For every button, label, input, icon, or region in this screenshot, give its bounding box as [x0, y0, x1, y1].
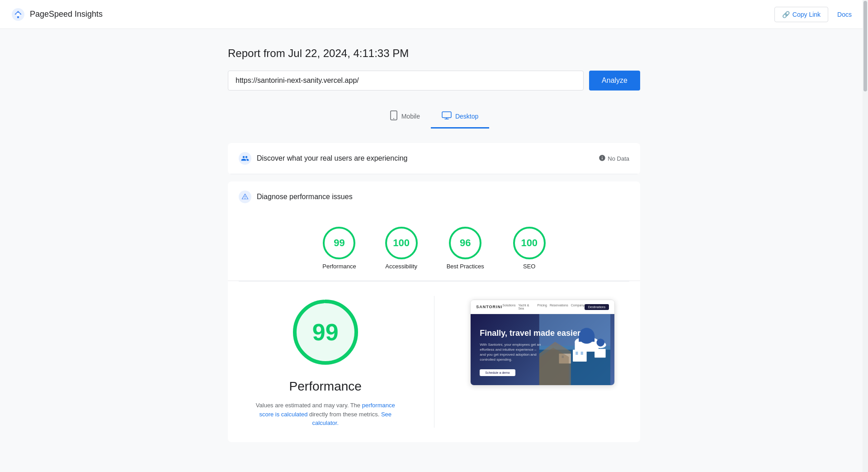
perf-note: Values are estimated and may vary. The p… [249, 401, 402, 428]
svg-rect-18 [595, 349, 606, 358]
url-input[interactable] [228, 71, 584, 91]
best-practices-label: Best Practices [447, 263, 484, 270]
app-title: PageSpeed Insights [30, 10, 103, 19]
site-nav: SANTORINI Solutions Yacht & Sea Pricing … [471, 300, 614, 314]
tab-mobile-label: Mobile [401, 113, 420, 120]
performance-detail: 99 Performance Values are estimated and … [228, 281, 640, 442]
link-icon: 🔗 [782, 11, 790, 18]
svg-point-1 [16, 13, 20, 16]
header-left: PageSpeed Insights [11, 7, 103, 22]
docs-link[interactable]: Docs [832, 7, 857, 22]
svg-point-3 [393, 118, 394, 119]
diagnose-header: Diagnose performance issues [228, 181, 640, 212]
scrollbar[interactable] [863, 0, 868, 472]
copy-link-button[interactable]: 🔗 Copy Link [774, 7, 828, 22]
diagnose-title-row: Diagnose performance issues [239, 191, 353, 203]
site-hero-cta: Schedule a demo [480, 369, 515, 376]
main-content: Report from Jul 22, 2024, 4:11:33 PM Ana… [217, 29, 651, 467]
seo-circle: 100 [513, 227, 546, 259]
site-hero-sub: With Santorini, your employees get an ef… [480, 342, 543, 362]
scrollbar-thumb [863, 1, 867, 91]
header: PageSpeed Insights 🔗 Copy Link Docs [0, 0, 868, 29]
diagnose-section: Diagnose performance issues 99 Performan… [228, 181, 640, 442]
vertical-divider [434, 296, 434, 428]
site-nav-cta: Destinations [585, 304, 609, 310]
performance-label: Performance [322, 263, 356, 270]
seo-label: SEO [523, 263, 535, 270]
scores-container: 99 Performance 100 Accessibility 96 Best… [228, 212, 640, 281]
score-best-practices[interactable]: 96 Best Practices [447, 227, 484, 270]
accessibility-circle: 100 [385, 227, 418, 259]
real-users-section: Discover what your real users are experi… [228, 143, 640, 174]
perf-title: Performance [289, 379, 362, 394]
report-title: Report from Jul 22, 2024, 4:11:33 PM [228, 47, 640, 60]
site-hero-title: Finally, travel made easier [480, 329, 580, 339]
performance-right: SANTORINI Solutions Yacht & Sea Pricing … [456, 296, 630, 386]
site-hero-text: Finally, travel made easier With Santori… [480, 329, 580, 376]
section-title-row: Discover what your real users are experi… [239, 152, 407, 165]
performance-circle: 99 [323, 227, 355, 259]
accessibility-label: Accessibility [385, 263, 417, 270]
score-seo[interactable]: 100 SEO [513, 227, 546, 270]
site-screenshot: SANTORINI Solutions Yacht & Sea Pricing … [470, 300, 615, 386]
svg-point-15 [597, 339, 604, 346]
site-hero: Finally, travel made easier With Santori… [471, 314, 614, 385]
site-brand: SANTORINI [476, 305, 502, 309]
info-icon [599, 154, 606, 163]
tab-desktop[interactable]: Desktop [431, 105, 489, 129]
svg-rect-4 [442, 112, 451, 118]
pagespeed-logo [11, 7, 25, 22]
device-tabs: Mobile Desktop [228, 105, 640, 129]
diagnose-title: Diagnose performance issues [257, 193, 353, 201]
perf-score-value: 99 [289, 296, 362, 368]
desktop-icon [442, 111, 452, 121]
header-right: 🔗 Copy Link Docs [774, 7, 857, 22]
tab-mobile[interactable]: Mobile [379, 105, 431, 129]
tab-desktop-label: Desktop [455, 113, 478, 120]
scores-row: 99 Performance 100 Accessibility 96 Best… [239, 227, 629, 270]
url-form: Analyze [228, 71, 640, 91]
diagnose-icon [239, 191, 251, 203]
no-data-badge: No Data [599, 154, 629, 163]
mobile-icon [390, 110, 398, 122]
analyze-button[interactable]: Analyze [589, 71, 640, 91]
score-accessibility[interactable]: 100 Accessibility [385, 227, 418, 270]
real-users-title: Discover what your real users are experi… [257, 154, 407, 162]
site-nav-links: Solutions Yacht & Sea Pricing Reservatio… [503, 304, 585, 310]
svg-rect-20 [581, 352, 583, 355]
best-practices-circle: 96 [449, 227, 481, 259]
performance-left: 99 Performance Values are estimated and … [239, 296, 412, 428]
no-data-label: No Data [608, 155, 629, 162]
users-icon [239, 152, 251, 165]
svg-rect-13 [579, 336, 595, 342]
score-performance[interactable]: 99 Performance [322, 227, 356, 270]
real-users-header: Discover what your real users are experi… [228, 143, 640, 174]
